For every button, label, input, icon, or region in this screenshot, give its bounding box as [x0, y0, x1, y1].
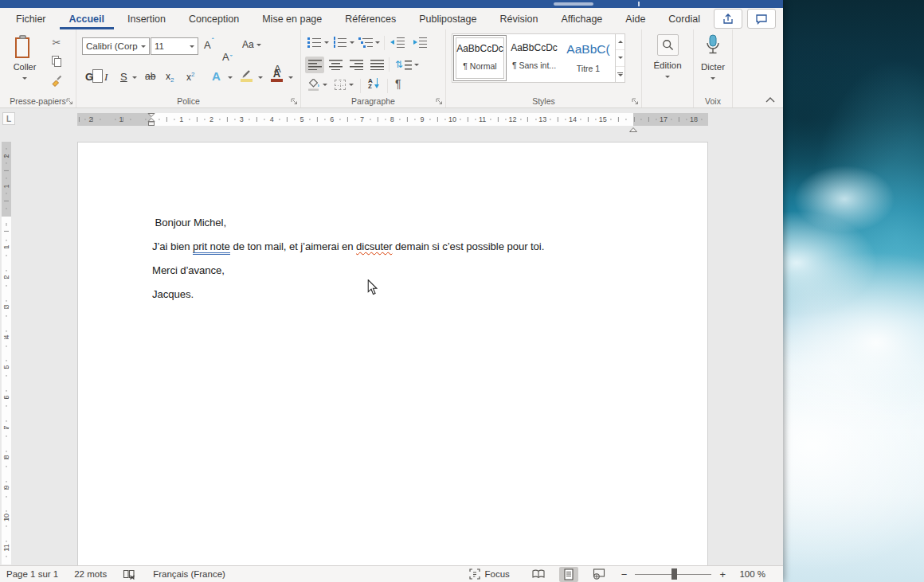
dictate-button[interactable]: Dicter [694, 34, 732, 81]
paragraph[interactable]: Bonjour Michel, [152, 217, 226, 229]
dialog-launcher-icon[interactable] [291, 98, 298, 105]
tab-revision[interactable]: Révision [490, 10, 547, 29]
gallery-more-button[interactable] [616, 67, 624, 82]
justify-icon [370, 60, 384, 70]
cut-button[interactable]: ✂ [48, 34, 65, 50]
chevron-down-icon[interactable] [132, 76, 137, 79]
font-color-button[interactable]: A [271, 69, 283, 82]
proofing-errors-button[interactable] [123, 569, 135, 580]
change-case-button[interactable]: Aa [242, 39, 261, 50]
zoom-level[interactable]: 100 % [735, 569, 765, 579]
group-label-voice: Voix [694, 96, 732, 106]
increase-indent-button[interactable] [413, 37, 427, 48]
tab-references[interactable]: Références [335, 10, 405, 29]
gallery-scroll-up[interactable] [616, 34, 624, 50]
read-mode-button[interactable] [529, 567, 548, 582]
tab-conception[interactable]: Conception [179, 10, 249, 29]
align-right-button[interactable] [346, 57, 366, 73]
style-card-titre-1[interactable]: AaBbC(Titre 1 [562, 35, 615, 81]
document-page[interactable]: Bonjour Michel,J’ai bien prit note de to… [77, 142, 708, 565]
tab-publipostage[interactable]: Publipostage [409, 10, 486, 29]
language-indicator[interactable]: Français (France) [153, 569, 225, 579]
ruler-number: 11 [2, 543, 10, 553]
strikethrough-button[interactable]: ab [145, 71, 155, 82]
paragraph[interactable]: J’ai bien prit note de ton mail, et j’ai… [152, 240, 544, 252]
dialog-launcher-icon[interactable] [66, 98, 73, 105]
subscript-button[interactable]: x2 [166, 71, 174, 84]
superscript-button[interactable]: x2 [186, 71, 194, 83]
microphone-icon [704, 34, 722, 56]
bold-button[interactable]: G [85, 71, 93, 83]
underline-button[interactable]: S [120, 71, 127, 83]
show-hide-pilcrow-button[interactable]: ¶ [395, 77, 401, 90]
zoom-in-button[interactable]: + [718, 568, 727, 580]
tab-affichage[interactable]: Affichage [551, 10, 612, 29]
focus-mode-button[interactable]: Focus [469, 568, 509, 580]
tab-aide[interactable]: Aide [616, 10, 655, 29]
desktop: FichierAccueilInsertionConceptionMise en… [0, 0, 924, 582]
horizontal-ruler[interactable]: 211234567891011121314151718 [77, 113, 708, 126]
tab-cordial[interactable]: Cordial [659, 10, 710, 29]
justify-button[interactable] [367, 57, 386, 73]
collapse-ribbon-button[interactable] [765, 95, 775, 104]
italic-button[interactable]: I [104, 71, 108, 84]
ruler-number: 13 [538, 115, 546, 123]
style-card--normal[interactable]: AaBbCcDc¶ Normal [453, 35, 507, 81]
paragraph[interactable]: Merci d’avance, [152, 264, 225, 276]
ruler-number: 17 [660, 115, 668, 123]
gallery-scroll-down[interactable] [616, 50, 624, 66]
decrease-indent-button[interactable] [390, 37, 405, 48]
tab-stop-selector[interactable]: L [2, 112, 15, 125]
dialog-launcher-icon[interactable] [436, 98, 443, 105]
share-icon [722, 13, 734, 25]
comments-button[interactable] [747, 9, 776, 29]
style-gallery-cards: AaBbCcDc¶ NormalAaBbCcDc¶ Sans int...AaB… [452, 34, 615, 82]
first-line-indent-marker[interactable] [147, 113, 155, 129]
bullets-button[interactable] [307, 37, 329, 48]
align-left-button[interactable] [305, 57, 324, 73]
page-indicator[interactable]: Page 1 sur 1 [6, 569, 58, 579]
paragraph[interactable]: Jacques. [152, 288, 194, 300]
web-layout-button[interactable] [589, 567, 609, 582]
dialog-launcher-icon[interactable] [632, 98, 639, 105]
editing-button[interactable]: Édition [642, 34, 693, 80]
tab-fichier[interactable]: Fichier [6, 10, 56, 29]
line-spacing-button[interactable]: ⇅ [395, 59, 419, 70]
title-bar[interactable] [0, 0, 783, 8]
tab-accueil[interactable]: Accueil [60, 10, 114, 29]
print-layout-button[interactable] [559, 567, 578, 582]
multilevel-list-button[interactable] [358, 37, 380, 48]
chevron-down-icon[interactable] [288, 76, 293, 79]
text-effects-button[interactable]: A [212, 69, 221, 83]
word-count[interactable]: 22 mots [74, 569, 107, 579]
font-size-combo[interactable]: 11 [151, 37, 198, 55]
zoom-out-button[interactable]: − [620, 568, 629, 580]
zoom-slider[interactable] [635, 568, 711, 580]
numbering-button[interactable] [333, 37, 354, 48]
copy-icon [52, 56, 61, 67]
highlight-button[interactable] [241, 69, 253, 82]
vertical-ruler[interactable]: 211234567891011 [2, 142, 11, 564]
chevron-down-icon[interactable] [258, 76, 263, 79]
align-center-button[interactable] [326, 57, 345, 73]
copy-button[interactable] [48, 53, 65, 69]
right-indent-marker[interactable] [629, 121, 637, 135]
ruler-number: 11 [479, 115, 486, 123]
chevron-down-icon[interactable] [228, 76, 233, 79]
zoom-slider-thumb[interactable] [671, 568, 677, 580]
font-name-combo[interactable]: Calibri (Corp [82, 37, 150, 55]
shading-button[interactable] [307, 79, 327, 91]
paste-button[interactable]: Coller [6, 36, 43, 81]
tab-mise-en-page[interactable]: Mise en page [253, 10, 331, 29]
tab-insertion[interactable]: Insertion [118, 10, 175, 29]
sort-button[interactable]: AZ [368, 78, 380, 89]
style-card--sans-int-[interactable]: AaBbCcDc¶ Sans int... [507, 35, 561, 81]
ribbon: Coller ✂ Presse-papiers [0, 29, 783, 108]
search-box [657, 34, 679, 56]
share-button[interactable] [714, 9, 742, 29]
styles-gallery-scroll [615, 34, 624, 82]
borders-button[interactable] [335, 80, 354, 90]
styles-gallery: AaBbCcDc¶ NormalAaBbCcDc¶ Sans int...AaB… [452, 33, 625, 83]
chevron-down-icon [711, 77, 715, 80]
format-painter-button[interactable] [48, 72, 65, 88]
